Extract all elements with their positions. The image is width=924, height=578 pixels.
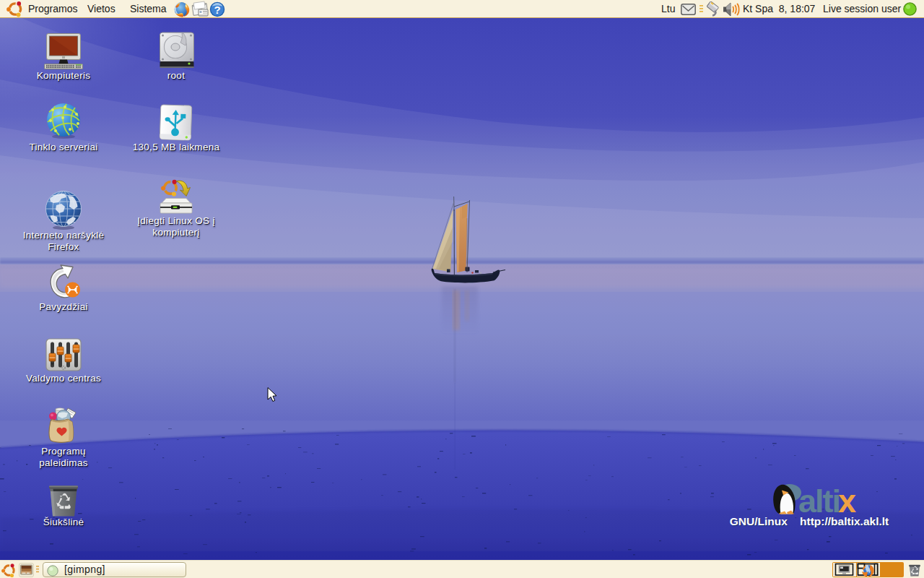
svg-text:GNU/Linux http://baltix.akl: GNU/Linux http://baltix.akl.lt <box>730 515 889 527</box>
svg-text:?: ? <box>214 4 220 16</box>
svg-text:alti: alti <box>798 483 840 519</box>
svg-text:x: x <box>838 483 856 519</box>
